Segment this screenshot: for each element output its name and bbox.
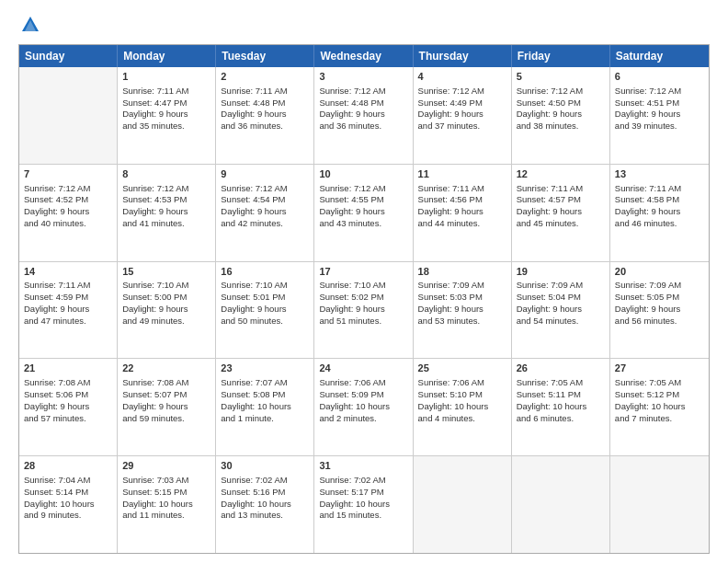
day-info: Sunrise: 7:12 AM Sunset: 4:54 PM Dayligh… [221,183,287,228]
calendar-cell: 14Sunrise: 7:11 AM Sunset: 4:59 PM Dayli… [19,262,118,359]
calendar-cell: 13Sunrise: 7:11 AM Sunset: 4:58 PM Dayli… [610,165,709,261]
calendar-cell: 16Sunrise: 7:10 AM Sunset: 5:01 PM Dayli… [216,262,314,359]
day-info: Sunrise: 7:04 AM Sunset: 5:14 PM Dayligh… [24,475,95,520]
calendar-cell: 7Sunrise: 7:12 AM Sunset: 4:52 PM Daylig… [19,165,118,261]
day-info: Sunrise: 7:06 AM Sunset: 5:09 PM Dayligh… [319,377,390,422]
day-number: 25 [418,362,506,375]
calendar-row: 14Sunrise: 7:11 AM Sunset: 4:59 PM Dayli… [19,262,709,360]
day-number: 4 [418,70,506,84]
day-info: Sunrise: 7:08 AM Sunset: 5:06 PM Dayligh… [24,377,90,422]
day-info: Sunrise: 7:12 AM Sunset: 4:53 PM Dayligh… [122,183,188,228]
calendar-row: 21Sunrise: 7:08 AM Sunset: 5:06 PM Dayli… [19,359,709,456]
header-day-thursday: Thursday [414,45,512,67]
calendar-cell: 3Sunrise: 7:12 AM Sunset: 4:48 PM Daylig… [314,67,413,164]
calendar-cell [610,456,709,553]
day-info: Sunrise: 7:12 AM Sunset: 4:49 PM Dayligh… [418,86,484,131]
day-number: 11 [418,167,506,181]
day-number: 16 [221,265,309,279]
day-info: Sunrise: 7:07 AM Sunset: 5:08 PM Dayligh… [221,377,291,422]
day-info: Sunrise: 7:05 AM Sunset: 5:11 PM Dayligh… [517,377,587,422]
calendar: SundayMondayTuesdayWednesdayThursdayFrid… [18,44,710,554]
header-day-friday: Friday [512,45,610,67]
calendar-cell [512,456,610,553]
header-day-sunday: Sunday [19,45,118,67]
day-number: 18 [418,265,506,279]
day-info: Sunrise: 7:09 AM Sunset: 5:03 PM Dayligh… [418,280,484,325]
day-number: 15 [122,265,210,279]
day-number: 21 [24,362,112,375]
calendar-cell: 2Sunrise: 7:11 AM Sunset: 4:48 PM Daylig… [216,67,314,164]
calendar-body: 1Sunrise: 7:11 AM Sunset: 4:47 PM Daylig… [19,67,709,553]
calendar-cell: 12Sunrise: 7:11 AM Sunset: 4:57 PM Dayli… [512,165,610,261]
day-number: 7 [24,167,112,181]
calendar-cell: 26Sunrise: 7:05 AM Sunset: 5:11 PM Dayli… [512,359,610,455]
calendar-cell: 8Sunrise: 7:12 AM Sunset: 4:53 PM Daylig… [118,165,216,261]
day-number: 14 [24,265,112,279]
logo [18,15,40,35]
day-number: 24 [319,362,407,375]
day-number: 17 [319,265,407,279]
day-info: Sunrise: 7:12 AM Sunset: 4:51 PM Dayligh… [615,86,681,131]
day-info: Sunrise: 7:02 AM Sunset: 5:16 PM Dayligh… [221,475,291,520]
calendar-row: 28Sunrise: 7:04 AM Sunset: 5:14 PM Dayli… [19,456,709,553]
calendar-cell: 19Sunrise: 7:09 AM Sunset: 5:04 PM Dayli… [512,262,610,359]
calendar-cell: 1Sunrise: 7:11 AM Sunset: 4:47 PM Daylig… [118,67,216,164]
header [18,15,710,35]
day-number: 20 [615,265,704,279]
day-info: Sunrise: 7:12 AM Sunset: 4:52 PM Dayligh… [24,183,90,228]
day-number: 13 [615,167,704,181]
day-info: Sunrise: 7:09 AM Sunset: 5:04 PM Dayligh… [517,280,583,325]
calendar-cell: 30Sunrise: 7:02 AM Sunset: 5:16 PM Dayli… [216,456,314,553]
calendar-cell: 6Sunrise: 7:12 AM Sunset: 4:51 PM Daylig… [610,67,709,164]
day-number: 26 [517,362,605,375]
calendar-cell: 18Sunrise: 7:09 AM Sunset: 5:03 PM Dayli… [414,262,512,359]
day-number: 22 [122,362,210,375]
day-number: 31 [319,459,407,473]
calendar-cell: 29Sunrise: 7:03 AM Sunset: 5:15 PM Dayli… [118,456,216,553]
day-number: 8 [122,167,210,181]
header-day-saturday: Saturday [610,45,709,67]
calendar-cell: 4Sunrise: 7:12 AM Sunset: 4:49 PM Daylig… [414,67,512,164]
day-number: 2 [221,70,309,84]
day-info: Sunrise: 7:11 AM Sunset: 4:59 PM Dayligh… [24,280,90,325]
calendar-cell: 20Sunrise: 7:09 AM Sunset: 5:05 PM Dayli… [610,262,709,359]
header-day-tuesday: Tuesday [216,45,314,67]
day-number: 30 [221,459,309,473]
day-info: Sunrise: 7:08 AM Sunset: 5:07 PM Dayligh… [122,377,188,422]
day-info: Sunrise: 7:11 AM Sunset: 4:56 PM Dayligh… [418,183,484,228]
calendar-cell: 10Sunrise: 7:12 AM Sunset: 4:55 PM Dayli… [314,165,413,261]
day-info: Sunrise: 7:06 AM Sunset: 5:10 PM Dayligh… [418,377,489,422]
day-number: 6 [615,70,704,84]
calendar-cell: 5Sunrise: 7:12 AM Sunset: 4:50 PM Daylig… [512,67,610,164]
calendar-cell: 28Sunrise: 7:04 AM Sunset: 5:14 PM Dayli… [19,456,118,553]
day-info: Sunrise: 7:12 AM Sunset: 4:55 PM Dayligh… [319,183,385,228]
calendar-cell: 17Sunrise: 7:10 AM Sunset: 5:02 PM Dayli… [314,262,413,359]
calendar-cell: 11Sunrise: 7:11 AM Sunset: 4:56 PM Dayli… [414,165,512,261]
day-number: 3 [319,70,407,84]
calendar-header: SundayMondayTuesdayWednesdayThursdayFrid… [19,45,709,67]
page: SundayMondayTuesdayWednesdayThursdayFrid… [0,0,728,563]
day-number: 29 [122,459,210,473]
day-number: 5 [517,70,605,84]
calendar-cell: 31Sunrise: 7:02 AM Sunset: 5:17 PM Dayli… [314,456,413,553]
calendar-cell: 27Sunrise: 7:05 AM Sunset: 5:12 PM Dayli… [610,359,709,455]
calendar-cell: 21Sunrise: 7:08 AM Sunset: 5:06 PM Dayli… [19,359,118,455]
day-info: Sunrise: 7:05 AM Sunset: 5:12 PM Dayligh… [615,377,686,422]
day-number: 28 [24,459,112,473]
day-info: Sunrise: 7:11 AM Sunset: 4:47 PM Dayligh… [122,86,188,131]
day-number: 23 [221,362,309,375]
day-info: Sunrise: 7:03 AM Sunset: 5:15 PM Dayligh… [122,475,193,520]
calendar-cell: 24Sunrise: 7:06 AM Sunset: 5:09 PM Dayli… [314,359,413,455]
day-number: 1 [122,70,210,84]
calendar-cell: 23Sunrise: 7:07 AM Sunset: 5:08 PM Dayli… [216,359,314,455]
header-day-wednesday: Wednesday [314,45,413,67]
calendar-cell: 25Sunrise: 7:06 AM Sunset: 5:10 PM Dayli… [414,359,512,455]
day-number: 9 [221,167,309,181]
calendar-cell: 22Sunrise: 7:08 AM Sunset: 5:07 PM Dayli… [118,359,216,455]
calendar-row: 1Sunrise: 7:11 AM Sunset: 4:47 PM Daylig… [19,67,709,165]
day-number: 27 [615,362,704,375]
day-info: Sunrise: 7:12 AM Sunset: 4:48 PM Dayligh… [319,86,385,131]
calendar-cell [414,456,512,553]
day-number: 12 [517,167,605,181]
calendar-cell: 15Sunrise: 7:10 AM Sunset: 5:00 PM Dayli… [118,262,216,359]
